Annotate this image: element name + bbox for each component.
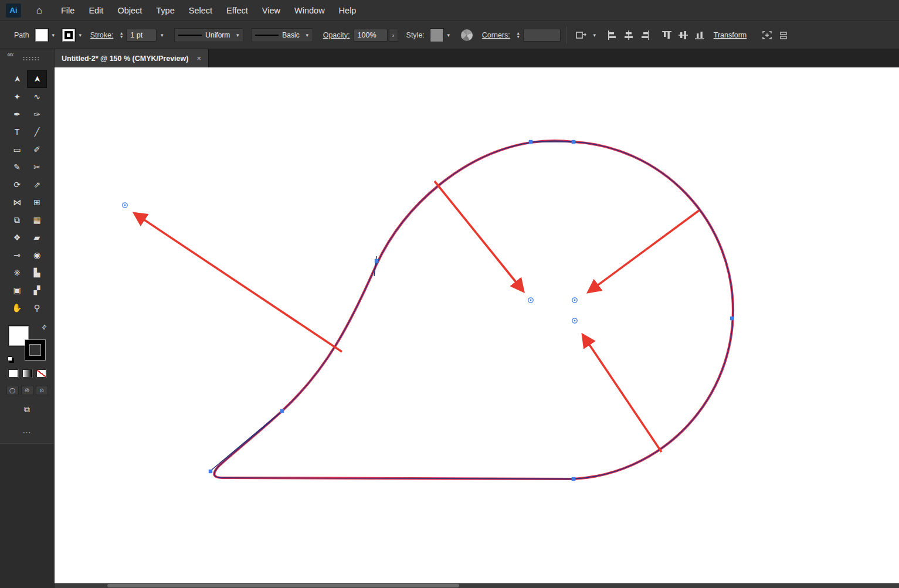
menu-view[interactable]: View [255,0,287,21]
magic-wand-tool[interactable]: ✦ [7,88,27,106]
none-button[interactable] [36,369,46,378]
stroke-weight-value[interactable]: 1 pt [126,29,157,42]
collapse-panel-icon[interactable]: «« [7,50,12,59]
home-icon[interactable]: ⌂ [29,5,49,16]
vertical-align-center-icon[interactable] [677,29,690,42]
annotation-arrow[interactable] [583,336,661,452]
center-point-marker[interactable] [572,318,577,323]
anchor-point[interactable] [209,470,212,473]
brush-definition-dropdown[interactable]: Basic ▾ [251,28,313,42]
slice-tool[interactable]: ▞ [27,281,47,299]
lasso-tool[interactable]: ∿ [27,88,47,106]
gradient-button[interactable] [22,369,32,378]
menu-help[interactable]: Help [332,0,364,21]
arrange-dropdown-icon[interactable] [575,29,588,42]
menu-object[interactable]: Object [110,0,149,21]
tab-close-icon[interactable]: × [196,54,201,63]
horizontal-scrollbar[interactable] [55,583,899,588]
menu-select[interactable]: Select [182,0,219,21]
stroke-color-dropdown[interactable]: ▾ [62,29,84,42]
blend-tool[interactable]: ◉ [27,246,47,264]
center-point-marker[interactable] [572,298,577,303]
center-point-marker[interactable] [528,298,533,303]
menu-type[interactable]: Type [149,0,181,21]
transform-label[interactable]: Transform [714,31,747,39]
swap-fill-stroke-icon[interactable]: ⇄ [40,323,48,331]
anchor-point[interactable] [529,140,532,144]
horizontal-align-right-icon[interactable] [639,29,652,42]
selection-outline[interactable] [214,141,733,479]
anchor-point[interactable] [572,477,575,481]
curvature-tool[interactable]: ✑ [27,106,47,123]
menu-file[interactable]: File [54,0,82,21]
scrollbar-thumb[interactable] [107,584,459,587]
vertical-align-top-icon[interactable] [660,29,673,42]
anchor-point[interactable] [375,259,378,263]
chevron-down-icon[interactable]: ▾ [49,29,57,42]
corners-input[interactable] [523,29,561,42]
app-logo-icon[interactable]: Ai [6,4,21,18]
paintbrush-tool[interactable]: ✐ [27,141,47,158]
shape-builder-tool[interactable]: ⧉ [7,211,27,229]
style-dropdown[interactable]: ▾ [430,29,453,42]
center-point-marker[interactable] [123,203,127,208]
artwork-svg[interactable] [55,67,899,583]
column-graph-tool[interactable]: ▙ [27,264,47,281]
corners-stepper[interactable]: ▲▼ [515,32,522,39]
shaper-tool[interactable]: ✎ [7,158,27,176]
anchor-point[interactable] [280,409,284,413]
artboard-tool[interactable]: ▣ [7,281,27,299]
recolor-artwork-icon[interactable] [461,29,473,41]
eyedropper-tool[interactable]: ⊸ [7,246,27,264]
hand-tool[interactable]: ✋ [7,299,27,317]
vertical-align-bottom-icon[interactable] [693,29,706,42]
annotation-arrow[interactable] [435,181,523,290]
width-tool[interactable]: ⋈ [7,193,27,211]
fill-color-swatch[interactable] [35,29,48,42]
menu-effect[interactable]: Effect [219,0,255,21]
artboard-canvas[interactable] [55,67,899,583]
rectangle-tool[interactable]: ▭ [7,141,27,158]
screen-mode-icon[interactable]: ⧉ [0,405,54,414]
opacity-input[interactable]: 100% [354,29,388,42]
horizontal-align-center-icon[interactable] [622,29,635,42]
menu-edit[interactable]: Edit [82,0,110,21]
opacity-label[interactable]: Opacity: [323,31,350,39]
document-tab[interactable]: Untitled-2* @ 150 % (CMYK/Preview) × [55,49,209,67]
chevron-down-icon[interactable]: ▾ [158,29,166,42]
zoom-tool[interactable]: ⚲ [27,299,47,317]
selection-tool[interactable]: ➤ [7,70,27,88]
bounding-frame-icon[interactable] [761,29,774,42]
anchor-point[interactable] [730,317,734,320]
perspective-grid-tool[interactable]: ▦ [27,211,47,229]
symbol-sprayer-tool[interactable]: ※ [7,264,27,281]
panel-grip-handle[interactable] [22,56,39,60]
selection-segment[interactable] [211,411,282,471]
draw-behind-icon[interactable]: ⧀ [21,386,33,395]
gradient-tool[interactable]: ▰ [27,229,47,246]
color-button[interactable] [8,369,18,378]
stroke-weight-stepper[interactable]: ▲▼ [118,32,125,39]
corners-label[interactable]: Corners: [482,31,510,39]
more-options-icon[interactable] [777,29,790,42]
chevron-down-icon[interactable]: ▾ [591,29,599,42]
rotate-tool[interactable]: ⟳ [7,176,27,193]
stroke-proxy-swatch[interactable] [25,340,45,360]
stroke-color-swatch[interactable] [62,29,75,42]
scale-tool[interactable]: ⇗ [27,176,47,193]
draw-normal-icon[interactable]: ◯ [6,386,19,395]
line-segment-tool[interactable]: ╱ [27,123,47,141]
default-fill-stroke-icon[interactable] [8,356,12,361]
menu-window[interactable]: Window [287,0,332,21]
stroke-label[interactable]: Stroke: [90,31,114,39]
style-swatch[interactable] [430,29,443,42]
chevron-down-icon[interactable]: ▾ [445,29,453,42]
variable-width-profile-dropdown[interactable]: Uniform ▾ [174,28,243,42]
annotation-arrow[interactable] [589,210,699,291]
chevron-down-icon[interactable]: ▾ [76,29,84,42]
edit-toolbar-button[interactable]: … [0,425,54,435]
direct-selection-tool[interactable]: ➤ [27,70,47,88]
free-transform-tool[interactable]: ⊞ [27,193,47,211]
anchor-point[interactable] [572,140,575,144]
opacity-options-button[interactable]: › [389,29,398,42]
